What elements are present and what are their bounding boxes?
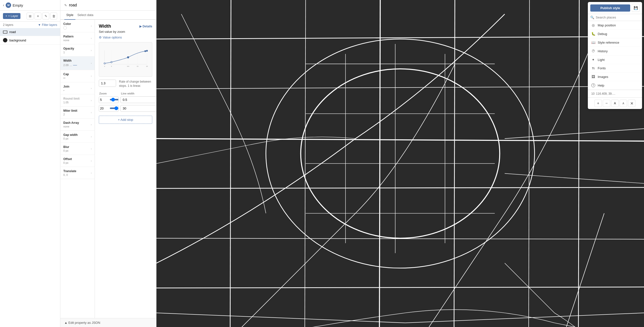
sidebar-header: ‹ M Empty [0, 0, 60, 11]
layer-name-road: road [9, 30, 16, 34]
stop-value-input-1[interactable] [120, 96, 156, 103]
stop-value-2: px [120, 105, 156, 112]
style-prop-opacity[interactable]: Opacity 1 › [60, 44, 94, 57]
dash-array-label: Dash Array [63, 121, 79, 125]
menu-item-light[interactable]: ✦ Light [588, 56, 642, 64]
svg-point-8 [127, 57, 129, 58]
color-arrow: › [91, 25, 92, 27]
style-prop-round-limit[interactable]: Round limit 1.05 › [60, 95, 94, 107]
value-options[interactable]: ⚙ Value options [99, 36, 152, 39]
stop-zoom-input-2[interactable] [99, 105, 109, 112]
style-prop-width[interactable]: Width 2.09 … — › [60, 57, 94, 70]
svg-point-6 [104, 63, 106, 64]
cap-arrow: › [91, 75, 92, 78]
style-prop-join[interactable]: Join ⌐ › [60, 82, 94, 95]
stop-value-input-2[interactable] [120, 105, 156, 112]
svg-point-10 [144, 51, 146, 52]
help-icon: ? [591, 83, 595, 87]
layer-item-road[interactable]: road [0, 28, 60, 36]
search-input[interactable] [596, 16, 640, 19]
gear-icon: ⚙ [99, 36, 102, 39]
stop-zoom-slider-2[interactable] [110, 108, 118, 109]
list-view-button[interactable]: ≡ [34, 13, 42, 20]
width-chart: 0 5 9.9 15 20 [99, 42, 152, 77]
layer-controls: + + Layer ⊞ ≡ ✎ 🗑 [0, 11, 60, 22]
zoom-in-button[interactable]: + [594, 100, 602, 107]
rate-description: Rate of change between stops. 1 is linea… [119, 80, 152, 88]
edit-button[interactable]: ✎ [42, 13, 49, 20]
menu-item-fonts[interactable]: Tt Fonts [588, 64, 642, 73]
stop-zoom-slider-1[interactable] [110, 99, 118, 100]
zoom-a2-button[interactable]: A [620, 100, 627, 107]
publish-style-button[interactable]: Publish style [590, 5, 630, 12]
menu-item-images[interactable]: 🖼 Images [588, 73, 642, 81]
svg-text:15: 15 [137, 65, 138, 67]
opacity-label: Opacity [63, 47, 74, 50]
style-prop-pattern[interactable]: Pattern none › [60, 32, 94, 44]
details-link[interactable]: ▶ Details [140, 25, 152, 28]
pattern-arrow: › [91, 37, 92, 40]
light-label: Light [598, 58, 604, 62]
style-prop-cap[interactable]: Cap ⇐ › [60, 70, 94, 82]
style-panel: Color › Pattern none › Opacity 1 [60, 20, 156, 318]
translate-arrow: › [91, 172, 92, 174]
rate-input[interactable] [99, 80, 116, 87]
rate-section: Rate of change between stops. 1 is linea… [99, 80, 152, 88]
style-prop-translate[interactable]: Translate 0, 0 › [60, 167, 94, 179]
icon-buttons: ⊞ ≡ ✎ 🗑 [26, 13, 57, 20]
map-svg [156, 0, 644, 327]
filter-layers-button[interactable]: ▼ Filter layers [38, 23, 57, 27]
delete-button[interactable]: 🗑 [50, 13, 57, 20]
zoom-close-button[interactable]: ✕ [628, 100, 636, 107]
middle-panel: ✎ road Style Select data Color › Pattern [60, 0, 156, 327]
publish-row: Publish style 💾 [588, 2, 642, 14]
line-layer-icon [3, 31, 8, 34]
save-icon-button[interactable]: 💾 [632, 4, 640, 12]
stops-header: Zoom Line width [99, 92, 152, 95]
tabs-row: Style Select data [60, 11, 156, 20]
miter-limit-value: 2 [63, 113, 77, 116]
style-prop-offset[interactable]: Offset 0 px › [60, 155, 94, 167]
blur-value: 0 px [63, 149, 69, 152]
style-prop-blur[interactable]: Blur 0 px › [60, 143, 94, 155]
style-prop-gap-width[interactable]: Gap width 0 px › [60, 131, 94, 143]
add-layer-label: + Layer [8, 14, 18, 18]
width-label: Width [63, 59, 77, 62]
menu-item-history[interactable]: ⏱ History [588, 47, 642, 56]
style-prop-dash-array[interactable]: Dash Array none › [60, 119, 94, 131]
bg-layer-icon [3, 38, 8, 43]
stop-value-1: px [120, 96, 156, 103]
svg-text:5: 5 [111, 65, 112, 67]
layer-item-background[interactable]: background [0, 36, 60, 45]
history-label: History [598, 49, 608, 53]
map-area[interactable]: Publish style 💾 🔍 ◎ Map position 🐛 Debug… [156, 0, 644, 327]
zoom-out-button[interactable]: − [603, 100, 610, 107]
edit-json-bar[interactable]: ▲ Edit property as JSON [60, 318, 156, 327]
stop-zoom-input-1[interactable] [99, 97, 109, 103]
add-layer-button[interactable]: + + Layer [3, 13, 20, 19]
app-icon: M [6, 3, 11, 8]
pattern-label: Pattern [63, 35, 74, 38]
join-value: ⌐ [63, 89, 70, 92]
sidebar-title: Empty [12, 3, 23, 8]
menu-item-style-reference[interactable]: 📖 Style reference [588, 38, 642, 47]
fonts-label: Fonts [598, 66, 606, 70]
menu-item-debug[interactable]: 🐛 Debug [588, 30, 642, 38]
style-prop-miter-limit[interactable]: Miter limit 2 › [60, 107, 94, 119]
miter-limit-label: Miter limit [63, 109, 77, 112]
gap-width-arrow: › [91, 135, 92, 138]
offset-label: Offset [63, 157, 72, 161]
back-button[interactable]: ‹ [3, 3, 4, 8]
color-label: Color [63, 22, 71, 26]
filter-icon: ▼ [38, 23, 41, 27]
add-stop-button[interactable]: + Add stop [99, 116, 152, 124]
zoom-a1-button[interactable]: A [611, 100, 618, 107]
tab-style[interactable]: Style [64, 11, 76, 20]
tab-select-data[interactable]: Select data [76, 11, 95, 20]
menu-item-map-position[interactable]: ◎ Map position [588, 21, 642, 30]
translate-value: 0, 0 [63, 173, 76, 176]
svg-text:0: 0 [104, 65, 105, 67]
grid-view-button[interactable]: ⊞ [26, 13, 34, 20]
style-prop-color[interactable]: Color › [60, 20, 94, 32]
menu-item-help[interactable]: ? Help [588, 81, 642, 90]
